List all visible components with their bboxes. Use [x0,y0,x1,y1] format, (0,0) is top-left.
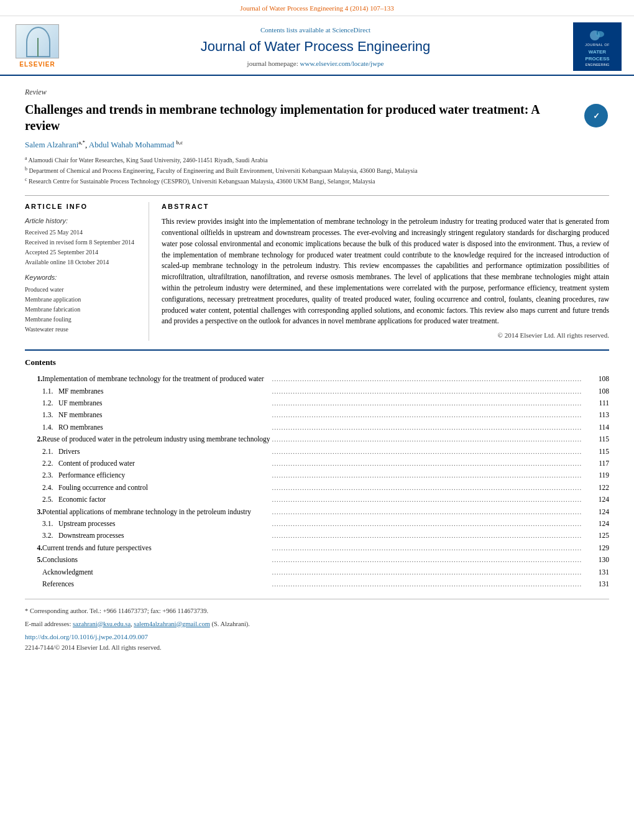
toc-item-ack: Acknowledgment .........................… [25,566,609,578]
email1-link[interactable]: sazahrani@ksu.edu.sa [73,621,131,627]
article-type-label: Review [25,87,609,98]
toc-item-1: 1. Implementation of membrane technology… [25,373,609,385]
toc-page-2-3: 119 [584,469,609,481]
crossmark-badge: ✓ [584,104,609,129]
keyword-membrane-application: Membrane application [25,295,140,304]
toc-page-2: 115 [584,433,609,445]
toc-item-2-5: 2.5. Economic factor ...................… [25,494,609,505]
toc-page-1-1: 108 [584,385,609,397]
toc-label-2-5: 2.5. Economic factor [42,494,272,505]
toc-table: 1. Implementation of membrane technology… [25,373,609,590]
wpe-logo-area: JOURNAL OF WATER PROCESS ENGINEERING [569,22,622,71]
copyright-line: © 2014 Elsevier Ltd. All rights reserved… [162,331,609,340]
email-label: E-mail addresses: [25,621,71,627]
toc-page-2-1: 115 [584,445,609,457]
elsevier-tree-icon [37,38,39,57]
svg-text:✓: ✓ [593,111,600,121]
toc-page-ack: 131 [584,566,609,578]
article-info-column: ARTICLE INFO Article history: Received 2… [25,202,149,341]
toc-item-1-1: 1.1. MF membranes ......................… [25,385,609,397]
toc-item-2-2: 2.2. Content of produced water .........… [25,458,609,469]
article-info-abstract-section: ARTICLE INFO Article history: Received 2… [25,195,609,341]
affiliation-c: c Research Centre for Sustainable Proces… [25,176,609,186]
toc-item-3-1: 3.1. Upstream processes ................… [25,517,609,529]
wpe-journal-text: JOURNAL OF [585,43,610,48]
toc-label-3-2: 3.2. Downstream processes [42,530,272,542]
abstract-column: ABSTRACT This review provides insight in… [162,202,609,341]
toc-item-4: 4. Current trends and future perspective… [25,542,609,553]
journal-citation: Journal of Water Process Engineering 4 (… [240,4,393,12]
toc-label-4: Current trends and future perspectives [42,542,272,553]
footer-doi[interactable]: http://dx.doi.org/10.1016/j.jwpe.2014.09… [25,632,609,642]
article-info-heading: ARTICLE INFO [25,202,140,211]
toc-page-4: 129 [584,542,609,553]
journal-homepage-link[interactable]: www.elsevier.com/locate/jwpe [300,60,384,67]
crossmark-circle: ✓ [584,104,608,127]
journal-homepage-line: journal homepage: www.elsevier.com/locat… [75,59,556,68]
footer-corresponding: * Corresponding author. Tel.: +966 11467… [25,607,609,616]
toc-label-1-2: 1.2. UF membranes [42,397,272,409]
wpe-logo-icon [589,28,606,42]
article-history: Article history: Received 25 May 2014 Re… [25,216,140,267]
toc-page-3-2: 125 [584,530,609,542]
wpe-logo-box: JOURNAL OF WATER PROCESS ENGINEERING [573,22,622,71]
toc-page-1-3: 113 [584,409,609,421]
abstract-heading: ABSTRACT [162,202,609,211]
toc-item-2-4: 2.4. Fouling occurrence and control ....… [25,481,609,493]
footer-section: * Corresponding author. Tel.: +966 11467… [25,599,609,652]
toc-label-2-4: 2.4. Fouling occurrence and control [42,481,272,493]
toc-label-1-4: 1.4. RO membranes [42,421,272,433]
toc-dots-1: ........................................… [272,373,584,385]
wpe-water-text: WATER PROCESS [576,48,618,62]
journal-main-title: Journal of Water Process Engineering [75,37,556,57]
journal-title-center: Contents lists available at ScienceDirec… [62,25,569,69]
toc-label-3-1: 3.1. Upstream processes [42,517,272,529]
journal-header: ELSEVIER Contents lists available at Sci… [0,16,634,76]
history-online: Available online 18 October 2014 [25,258,140,267]
keywords-section: Keywords: Produced water Membrane applic… [25,273,140,333]
keyword-wastewater-reuse: Wastewater reuse [25,325,140,334]
toc-label-2-1: 2.1. Drivers [42,445,272,457]
affiliation-a: a Alamoudi Chair for Water Researches, K… [25,155,609,165]
toc-label-1-1: 1.1. MF membranes [42,385,272,397]
toc-num-1: 1. [25,373,42,385]
toc-page-1: 108 [584,373,609,385]
toc-item-2-3: 2.3. Performance efficiency ............… [25,469,609,481]
toc-page-ref: 131 [584,578,609,589]
elsevier-name: ELSEVIER [19,60,55,69]
toc-page-1-4: 114 [584,421,609,433]
contents-section: Contents 1. Implementation of membrane t… [25,349,609,590]
author2-name: Abdul Wahab Mohammad [89,141,174,150]
keyword-membrane-fabrication: Membrane fabrication [25,305,140,314]
wpe-engineering-text: ENGINEERING [586,63,610,68]
article-history-title: Article history: [25,216,140,226]
article-title: Challenges and trends in membrane techno… [25,101,547,134]
toc-item-2-1: 2.1. Drivers ...........................… [25,445,609,457]
main-content: Review Challenges and trends in membrane… [0,76,634,665]
crossmark-icon: ✓ [588,108,604,124]
journal-citation-bar: Journal of Water Process Engineering 4 (… [0,0,634,16]
toc-page-3: 124 [584,505,609,517]
toc-page-2-5: 124 [584,494,609,505]
toc-label-2: Reuse of produced water in the petroleum… [42,433,272,445]
toc-item-2: 2. Reuse of produced water in the petrol… [25,433,609,445]
toc-item-5: 5. Conclusions .........................… [25,554,609,566]
toc-label-2-2: 2.2. Content of produced water [42,458,272,469]
footer-emails: E-mail addresses: sazahrani@ksu.edu.sa, … [25,620,609,629]
toc-label-ref: References [42,578,272,589]
keyword-produced-water: Produced water [25,285,140,294]
science-direct-link[interactable]: ScienceDirect [332,26,370,34]
author1-name: Salem Alzahrani [25,141,78,150]
toc-page-2-4: 122 [584,481,609,493]
toc-label-ack: Acknowledgment [42,566,272,578]
toc-label-1: Implementation of membrane technology fo… [42,373,272,385]
article-title-row: Challenges and trends in membrane techno… [25,101,609,134]
abstract-text: This review provides insight into the im… [162,216,609,327]
email2-link[interactable]: salem4alzahrani@gmail.com [134,621,210,627]
toc-item-1-2: 1.2. UF membranes ......................… [25,397,609,409]
author1-sup: a,* [78,139,85,145]
toc-label-3: Potential applications of membrane techn… [42,505,272,517]
toc-page-5: 130 [584,554,609,566]
toc-num-5: 5. [25,554,42,566]
keywords-title: Keywords: [25,273,140,282]
